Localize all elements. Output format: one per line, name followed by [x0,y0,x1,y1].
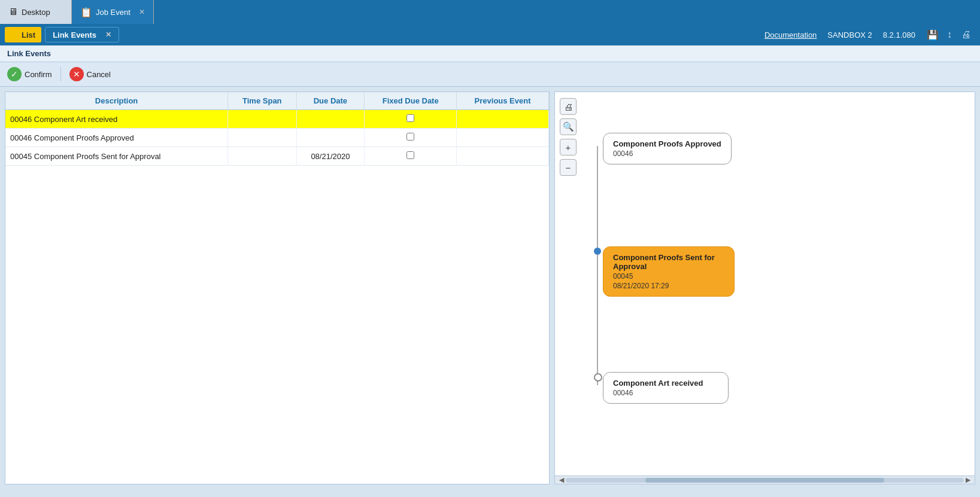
print-icon[interactable]: 🖨 [960,28,973,41]
toolbar-icons: 💾 ↕ 🖨 [926,28,973,41]
col-fixed-due-date: Fixed Due Date [365,92,457,110]
fixed-due-date-checkbox[interactable] [406,151,414,159]
confirm-button[interactable]: ✓ Confirm [7,67,52,81]
tab-job-event-label: Job Event [96,8,131,17]
cell-description: 00046 Component Proofs Approved [5,129,228,147]
cell-time-span [228,110,296,129]
col-description: Description [5,92,228,110]
cell-due-date [296,129,365,147]
connector-circle [594,373,602,382]
tab-desktop-label: Desktop [22,8,50,17]
tab-close-icon[interactable]: ✕ [139,8,145,16]
action-bar: ★ List Link Events ✕ Documentation SANDB… [0,24,980,45]
link-events-tab[interactable]: Link Events ✕ [45,27,119,42]
cell-due-date [296,110,365,129]
fixed-due-date-checkbox[interactable] [406,114,414,122]
save-icon[interactable]: 💾 [926,28,939,41]
tab-job-event[interactable]: 📋 Job Event ✕ [72,0,154,24]
cell-fixed-due-date[interactable] [365,147,457,166]
cell-fixed-due-date[interactable] [365,129,457,147]
cell-time-span [228,147,296,166]
col-previous-event: Previous Event [457,92,549,110]
version-label: 8.2.1.080 [883,31,915,39]
diagram-scrollbar[interactable]: ◀ ▶ [555,475,975,484]
cell-fixed-due-date[interactable] [365,110,457,129]
node-title: Component Art received [613,379,718,388]
table-row[interactable]: 00045 Component Proofs Sent for Approval… [5,147,549,166]
page-title: Link Events [7,49,51,58]
diagram-node[interactable]: Component Proofs Approved00046 [603,133,732,164]
cell-time-span [228,129,296,147]
cell-previous-event [457,110,549,129]
cell-previous-event [457,147,549,166]
confirm-icon: ✓ [7,67,22,81]
arrow-icon[interactable]: ↕ [943,28,956,41]
diagram-panel: 🖨 🔍 + − Component Proofs Approved00046Co… [554,92,975,484]
main-content: Description Time Span Due Date Fixed Due… [0,87,980,489]
sandbox-label: SANDBOX 2 [827,31,872,39]
cancel-button[interactable]: ✕ Cancel [69,67,111,81]
node-date: 08/21/2020 17:29 [613,282,724,290]
confirm-label: Confirm [25,70,52,79]
events-table: Description Time Span Due Date Fixed Due… [5,92,549,166]
fixed-due-date-checkbox[interactable] [406,133,414,141]
confirm-bar: ✓ Confirm ✕ Cancel [0,62,980,87]
desktop-icon: 🖥 [8,7,18,17]
node-title: Component Proofs Sent for Approval [613,253,724,271]
cell-previous-event [457,129,549,147]
page-title-bar: Link Events [0,45,980,62]
diagram-canvas: Component Proofs Approved00046Component … [555,92,975,475]
list-button[interactable]: ★ List [5,27,41,42]
table-row[interactable]: 00046 Component Art received [5,110,549,129]
link-events-close-icon[interactable]: ✕ [105,31,111,39]
cell-description: 00046 Component Art received [5,110,228,129]
scroll-right-arrow[interactable]: ▶ [964,476,972,484]
tab-bar: 🖥 Desktop 📋 Job Event ✕ [0,0,980,24]
node-sub: 00046 [613,150,721,158]
table-header-row: Description Time Span Due Date Fixed Due… [5,92,549,110]
scroll-left-arrow[interactable]: ◀ [557,476,566,484]
cancel-icon: ✕ [69,67,84,81]
diagram-node[interactable]: Component Art received00046 [603,372,729,404]
node-title: Component Proofs Approved [613,139,721,148]
scroll-track[interactable] [566,478,964,483]
col-time-span: Time Span [228,92,296,110]
node-sub: 00046 [613,389,718,397]
action-bar-right: Documentation SANDBOX 2 8.2.1.080 💾 ↕ 🖨 [764,28,975,41]
cancel-label: Cancel [87,70,111,79]
documentation-link[interactable]: Documentation [764,31,817,39]
table-row[interactable]: 00046 Component Proofs Approved [5,129,549,147]
connector-line [597,146,598,385]
link-events-label: Link Events [53,31,96,39]
node-sub: 00045 [613,272,724,280]
job-event-icon: 📋 [80,7,92,18]
cell-description: 00045 Component Proofs Sent for Approval [5,147,228,166]
cell-due-date: 08/21/2020 [296,147,365,166]
diagram-node[interactable]: Component Proofs Sent for Approval000450… [603,246,735,297]
tab-desktop[interactable]: 🖥 Desktop [0,0,72,24]
toolbar-separator [60,67,61,81]
connector-dot [594,248,601,255]
scroll-thumb[interactable] [645,478,884,483]
list-star-icon: ★ [11,30,19,39]
table-panel: Description Time Span Due Date Fixed Due… [5,92,550,484]
col-due-date: Due Date [296,92,365,110]
list-label: List [22,31,35,39]
